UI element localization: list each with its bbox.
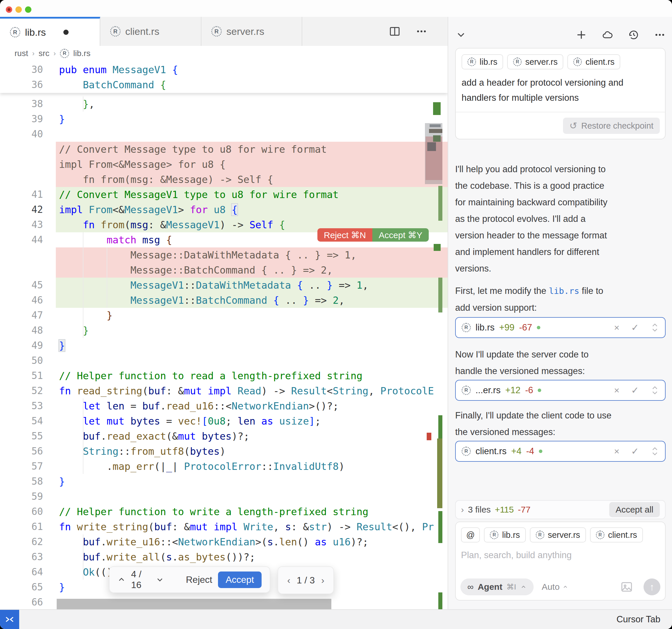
chat-input-card[interactable]: @ Rlib.rs Rserver.rs Rclient.rs Plan, se… [455,522,666,601]
code-line[interactable]: 48 } [0,323,448,338]
cursor-tab-status[interactable]: Cursor Tab [617,610,661,629]
code-line[interactable]: impl From<&Message> for u8 { [0,157,448,172]
chevron-down-icon[interactable] [455,29,467,41]
breadcrumb[interactable]: rust › src › R lib.rs [0,46,448,61]
context-pill-server[interactable]: Rserver.rs [507,54,563,69]
code-line[interactable]: 39} [0,111,448,127]
chevron-down-icon[interactable] [156,576,164,583]
close-icon[interactable]: × [614,446,620,457]
code-line[interactable]: 54 let mut bytes = vec![0u8; len as usiz… [0,413,448,429]
tab-server-rs[interactable]: R server.rs [201,17,302,46]
code-line[interactable]: 30pub enum MessageV1 { [0,62,448,77]
code-line[interactable]: 46 MessageV1::BatchCommand { .. } => 2, [0,293,448,308]
tab-lib-rs[interactable]: R lib.rs [0,17,100,46]
accept-hunk-button[interactable]: Accept ⌘Y [372,228,429,242]
code-line[interactable]: 38 }, [0,96,448,111]
more-actions-icon[interactable] [654,29,666,41]
code-line[interactable]: 63 buf.write_all(s.as_bytes())?; [0,549,448,564]
code-line[interactable]: Message::BatchCommand { .. } => 2, [0,262,448,278]
input-pill-client[interactable]: Rclient.rs [590,527,643,543]
check-icon[interactable]: ✓ [631,322,639,333]
more-actions-icon[interactable] [416,26,427,37]
code-line[interactable]: 51// Helper function to read a length-pr… [0,368,448,383]
code-line[interactable]: 58} [0,474,448,489]
files-summary-bar[interactable]: › 3 files +115 -77 Accept all [455,500,666,519]
context-pill-client[interactable]: Rclient.rs [567,54,620,69]
code-line[interactable]: 40 [0,127,448,142]
input-pill-lib[interactable]: Rlib.rs [484,527,526,543]
next-file-icon[interactable]: › [321,575,325,586]
file-change-card-server[interactable]: R ...er.rs +12 -6 × ✓ [455,380,666,401]
code-line[interactable]: 49} [0,338,448,353]
reject-hunk-button[interactable]: Reject ⌘N [317,228,372,242]
model-selector[interactable]: Auto [542,582,569,592]
code-line[interactable]: 53 let len = buf.read_u16::<NetworkEndia… [0,398,448,413]
file-change-card-client[interactable]: R client.rs +4 -4 × ✓ [455,441,666,462]
minimize-window-icon[interactable] [16,6,22,13]
expand-icon[interactable] [650,446,659,456]
code-token: , [368,385,381,397]
agent-mode-selector[interactable]: ∞ Agent ⌘I [460,578,534,595]
line-number: 49 [0,338,43,353]
code-editor[interactable]: 38 },39}40// Convert Message type to u8 … [0,61,448,609]
check-icon[interactable]: ✓ [631,446,639,457]
maximize-window-icon[interactable] [25,6,31,13]
prev-file-icon[interactable]: ‹ [287,575,290,586]
code-line[interactable]: 36 BatchCommand { [0,77,448,92]
close-window-icon[interactable] [6,6,12,13]
breadcrumb-item[interactable]: rust [15,49,28,58]
code-line[interactable]: 56 String::from_utf8(bytes) [0,444,448,459]
expand-icon[interactable] [650,385,659,395]
code-line[interactable]: 52fn read_string(buf: &mut impl Read) ->… [0,383,448,398]
code-line[interactable]: fn from(msg: &Message) -> Self { [0,172,448,187]
breadcrumb-item[interactable]: lib.rs [73,49,90,58]
breadcrumb-item[interactable]: src [39,49,49,58]
code-token: u16 [333,536,351,548]
mention-button[interactable]: @ [461,527,480,543]
code-line[interactable]: 62 buf.write_u16::<NetworkEndian>(s.len(… [0,534,448,549]
expand-icon[interactable] [650,323,659,332]
code-line[interactable]: 57 .map_err(|_| ProtocolError::InvalidUt… [0,459,448,474]
code-line[interactable]: 60// Helper function to write a length-p… [0,504,448,519]
user-message-card[interactable]: Rlib.rs Rserver.rs Rclient.rs add a head… [455,48,666,140]
close-icon[interactable]: × [614,385,620,396]
attach-image-icon[interactable] [620,580,633,593]
code-line[interactable]: 42impl From<&MessageV1> for u8 { [0,202,448,217]
chat-input-placeholder[interactable]: Plan, search, build anything [461,550,660,560]
code-line[interactable]: 45 MessageV1::DataWithMetadata { .. } =>… [0,278,448,293]
scrollbar-thumb[interactable] [425,123,442,184]
code-line[interactable]: Message::DataWithMetadata { .. } => 1, [0,247,448,262]
restore-checkpoint-button[interactable]: ↺ Restore checkpoint [563,118,660,134]
code-line[interactable]: 41// Convert MessageV1 type to u8 for wi… [0,187,448,202]
sticky-scroll[interactable]: 30pub enum MessageV1 {36 BatchCommand { [0,61,448,93]
code-token: { [160,79,166,91]
cloud-icon[interactable] [602,29,613,41]
input-pill-server[interactable]: Rserver.rs [530,527,586,543]
panel-toggle-button[interactable] [0,610,19,629]
code-line[interactable]: 61fn write_string(buf: &mut impl Write, … [0,519,448,534]
accept-all-files-button[interactable]: Accept all [609,502,660,517]
tab-client-rs[interactable]: R client.rs [100,17,201,46]
code-line[interactable]: 55 buf.read_exact(&mut bytes)?; [0,429,448,444]
code-line[interactable]: 50 [0,353,448,368]
accept-all-button[interactable]: Accept [218,572,262,588]
chevron-up-icon[interactable] [118,576,125,583]
rust-file-icon: R [110,26,121,36]
code-token: usize [279,415,309,427]
check-icon[interactable]: ✓ [631,385,639,396]
chevron-right-icon[interactable]: › [461,505,464,514]
context-pill-lib[interactable]: Rlib.rs [461,54,503,69]
text-line: and implement handlers for different [455,244,666,260]
new-chat-icon[interactable] [576,29,587,41]
pill-label: lib.rs [480,57,497,67]
file-change-card-lib[interactable]: R lib.rs +99 -67 × ✓ [455,317,666,338]
close-icon[interactable]: × [614,322,620,333]
reject-all-button[interactable]: Reject [186,574,212,585]
code-line[interactable]: 47 } [0,308,448,323]
code-line[interactable]: 59 [0,489,448,504]
send-button[interactable]: ↑ [644,578,661,595]
line-number: 53 [0,398,43,413]
code-line[interactable]: // Convert Message type to u8 for wire f… [0,142,448,157]
split-editor-icon[interactable] [389,26,401,37]
history-icon[interactable] [628,29,640,41]
